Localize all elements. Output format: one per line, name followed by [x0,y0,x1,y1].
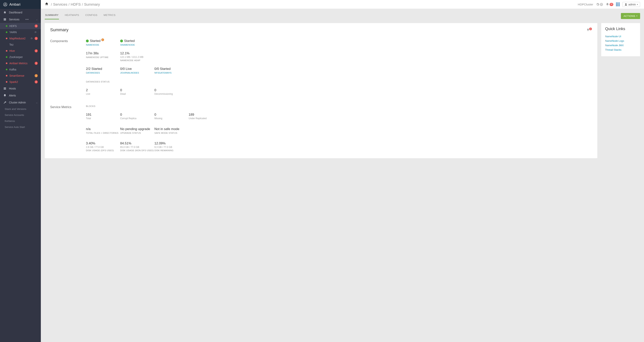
sidebar-service-zookeeper[interactable]: ZooKeeper [0,54,41,60]
components-label: Components [50,39,86,95]
journalnodes-value: 0/0 Live [120,67,154,71]
alert-badge[interactable]: 2 [34,80,38,83]
ops-count: 0 [600,3,603,6]
alert-badge[interactable]: 1 [34,37,38,40]
apps-icon[interactable] [616,2,620,6]
service-name: Spark2 [9,80,34,83]
sidebar-service-mapreduce2[interactable]: MapReduce2⟳1 [0,35,41,41]
cluster-admin-stack-and-versions[interactable]: Stack and Versions [0,106,41,112]
nfsgateways-link[interactable]: NFSGATEWAYS [154,72,188,74]
refresh-icon[interactable]: ⟳ [34,31,36,34]
disk-dfs-sub: 2.6 GB / 77.0 GB [86,146,120,149]
service-name: MapReduce2 [9,37,30,40]
quick-link-namenode-jmx[interactable]: NameNode JMX [605,44,636,47]
datanodes-value: 2/2 Started [86,67,120,71]
nn-uptime-label: NAMENODE UPTIME [86,56,120,58]
service-name: HDFS [9,24,34,27]
nav-cluster-admin[interactable]: Cluster Admin ⌄ [0,99,41,106]
nn-heap: 12.1% 122.1 MB / 1011.3 MB NAMENODE HEAP [120,51,154,61]
chevron-down-icon[interactable]: ⌄ [36,101,38,104]
tabs-row: SUMMARYHEATMAPSCONFIGSMETRICS ACTIONS ▾ [45,9,640,20]
dn-dead-value: 0 [120,88,154,92]
sidebar-service-ambari-metrics[interactable]: Ambari Metrics3 [0,60,41,66]
files-label: TOTAL FILES + DIRECTORIES [86,132,120,134]
tab-configs[interactable]: CONFIGS [85,12,98,19]
blocks-under-label: Under Replicated [188,117,223,120]
status-dot [6,56,8,58]
dn-live-value: 2 [86,88,120,92]
caret-down-icon: ▾ [636,15,638,17]
nav-dashboard[interactable]: Dashboard [0,9,41,16]
sidebar-service-tez[interactable]: Tez [0,41,41,48]
sidebar-service-yarn[interactable]: YARN⟳ [0,29,41,35]
alert-badge[interactable]: 1 [34,74,38,77]
breadcrumb-services[interactable]: Services [53,2,67,6]
nav-cluster-admin-label: Cluster Admin [9,101,26,104]
disk-nondfs: 84.51% 65.0 GB / 77.0 GB DISK USAGE (NON… [120,142,154,152]
user-icon [624,3,627,6]
tab-metrics[interactable]: METRICS [103,12,116,19]
blocks-total: 191 Total [86,113,120,120]
disk-remain-value: 12.09% [154,142,188,145]
status-dot [6,75,8,76]
dn-dead-label: Dead [120,93,154,95]
cluster-admin-kerberos[interactable]: Kerberos [0,118,41,124]
journalnodes-link[interactable]: JOURNALNODES [120,72,154,74]
cluster-admin-service-auto-start[interactable]: Service Auto Start [0,124,41,130]
home-icon[interactable] [45,2,48,7]
breadcrumb-sep: / [68,2,70,6]
tab-heatmaps[interactable]: HEATMAPS [64,12,80,19]
snamenode-link[interactable]: SNAMENODE [120,44,154,46]
snamenode-status-text: Started [124,39,135,43]
quick-links-panel: Quick Links NameNode UINameNode LogsName… [601,23,640,56]
disk-dfs-label: DISK USAGE (DFS USED) [86,149,120,152]
check-icon: ✓ [120,40,123,42]
service-name: Ambari Metrics [9,62,34,65]
quick-link-namenode-ui[interactable]: NameNode UI [605,35,636,38]
sidebar-service-spark2[interactable]: Spark22 [0,79,41,85]
tabs: SUMMARYHEATMAPSCONFIGSMETRICS [45,12,116,19]
alerts-count: 30 [610,3,613,6]
warning-badge[interactable]: 1 [101,38,104,41]
alerts-icon[interactable]: 30 [606,3,613,6]
disk-remain-sub: 9.3 GB / 77.0 GB [154,146,188,149]
quick-links-list: NameNode UINameNode LogsNameNode JMXThre… [605,35,636,51]
status-dot [6,62,8,64]
namenode-link[interactable]: NAMENODE [86,44,120,46]
sidebar-service-smartsense[interactable]: SmartSense1 [0,73,41,79]
chevron-down-icon[interactable]: ⌄ [36,18,38,21]
cluster-name[interactable]: HDPCluster [578,3,593,6]
breadcrumb-hdfs[interactable]: HDFS [70,2,81,6]
bell-icon [3,94,6,97]
safemode-value: Not in safe mode [154,127,188,131]
service-metrics-label: Service Metrics [50,105,86,152]
sidebar-service-hive[interactable]: Hive2 [0,48,41,54]
svg-rect-2 [4,19,6,20]
tab-summary[interactable]: SUMMARY [45,12,59,19]
nav-hosts[interactable]: Hosts [0,85,41,92]
nav-alerts[interactable]: Alerts [0,92,41,99]
alert-badge[interactable]: 2 [34,49,38,52]
brand[interactable]: Ambari [0,0,41,9]
actions-button[interactable]: ACTIONS ▾ [621,13,640,19]
alert-badge[interactable]: 3 [34,24,38,27]
datanodes-link[interactable]: DATANODES [86,72,120,74]
quick-link-namenode-logs[interactable]: NameNode Logs [605,39,636,42]
services-menu-icon[interactable]: ••• [25,18,29,21]
ops-icon[interactable]: 0 [596,3,603,6]
quick-link-thread-stacks[interactable]: Thread Stacks [605,48,636,51]
sidebar-service-hdfs[interactable]: HDFS3 [0,23,41,29]
refresh-icon[interactable]: ⟳ [31,37,33,40]
user-menu-button[interactable]: admin ▾ [622,2,640,7]
nav-services[interactable]: Services ••• ⌄ [0,16,41,23]
alert-badge[interactable]: 3 [34,62,38,65]
status-dot [6,50,8,52]
blocks-missing-label: Missing [154,117,188,120]
status-dot [6,69,8,70]
nn-uptime-value: 17m 38s [86,51,120,55]
summary-alerts[interactable]: 3 [586,28,592,31]
sidebar-service-kafka[interactable]: Kafka [0,66,41,73]
dn-live: 2 Live [86,88,120,95]
disk-nondfs-sub: 65.0 GB / 77.0 GB [120,146,154,149]
cluster-admin-service-accounts[interactable]: Service Accounts [0,112,41,118]
